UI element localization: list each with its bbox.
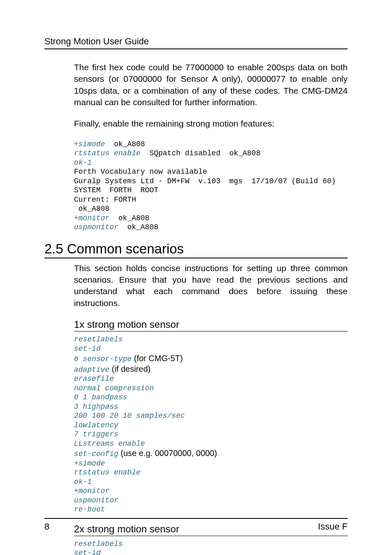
page-number: 8: [44, 521, 49, 532]
code-block: +simode ok_A808 rtstatus enable SQpatch …: [74, 140, 348, 232]
cmd: 0 1 bandpass: [74, 393, 127, 401]
note: (use e.g. 00070000, 0000): [118, 449, 217, 458]
cmd: set-config: [74, 450, 118, 458]
cmd: 6 sensor-type: [74, 355, 131, 363]
cmd: set-id: [74, 345, 101, 353]
note: (if desired): [109, 364, 150, 373]
issue-label: Issue F: [318, 521, 348, 532]
out: Forth Vocabulary now available: [74, 168, 207, 176]
cmd: LLstreams enable: [74, 440, 145, 448]
cmd: ok-1: [74, 159, 92, 167]
cmd: uspmonitor: [74, 496, 118, 504]
code-block: resetlabels set-id 6 sensor-type (for CM…: [74, 335, 348, 514]
cmd: rtstatus enable: [74, 149, 141, 157]
paragraph: Finally, enable the remaining strong mot…: [74, 118, 348, 129]
out: SYSTEM FORTH ROOT: [74, 186, 158, 194]
cmd: ok-1: [74, 478, 92, 486]
cmd: 7 triggers: [74, 430, 118, 438]
cmd: uspmonitor: [74, 223, 118, 231]
cmd: erasefile: [74, 375, 114, 383]
out: ok_A808: [109, 214, 149, 222]
cmd: re-boot: [74, 505, 105, 514]
out: ok_A808: [74, 205, 109, 213]
cmd: resetlabels: [74, 540, 123, 548]
head-rule: [44, 48, 348, 49]
cmd: +simode: [74, 140, 105, 148]
cmd: normal compression: [74, 384, 154, 392]
subsection-heading: 1x strong motion sensor: [74, 319, 348, 330]
cmd: 200 100 20 10 samples/sec: [74, 412, 185, 420]
section-rule: [44, 258, 348, 258]
footer-rule: [44, 518, 348, 519]
out: SQpatch disabled ok_A808: [141, 149, 261, 157]
subsection-rule: [74, 331, 348, 332]
paragraph: The first hex code could be 77000000 to …: [74, 62, 348, 108]
cmd: adaptive: [74, 366, 109, 374]
paragraph: This section holds concise instructions …: [74, 263, 348, 309]
cmd: lowlatency: [74, 421, 118, 429]
cmd: resetlabels: [74, 335, 123, 343]
code-block: resetlabels set-id serial2: [74, 539, 348, 555]
note: (for CMG-5T): [131, 354, 182, 363]
out: Current: FORTH: [74, 196, 136, 204]
subsection-rule: [74, 536, 348, 536]
cmd: 3 highpass: [74, 403, 118, 411]
footer: 8 Issue F: [44, 518, 348, 532]
cmd: set-id: [74, 549, 101, 555]
cmd: rtstatus enable: [74, 468, 141, 477]
cmd: +monitor: [74, 487, 109, 495]
cmd: +simode: [74, 459, 105, 467]
out: ok_A808: [105, 140, 145, 148]
out: ok_A808: [118, 223, 158, 231]
cmd: +monitor: [74, 214, 109, 222]
out: Guralp Systems Ltd - DM+FW v.103 mgs 17/…: [74, 177, 336, 185]
section-heading: 2.5 Common scenarios: [44, 241, 348, 257]
running-head: Strong Motion User Guide: [44, 36, 348, 47]
